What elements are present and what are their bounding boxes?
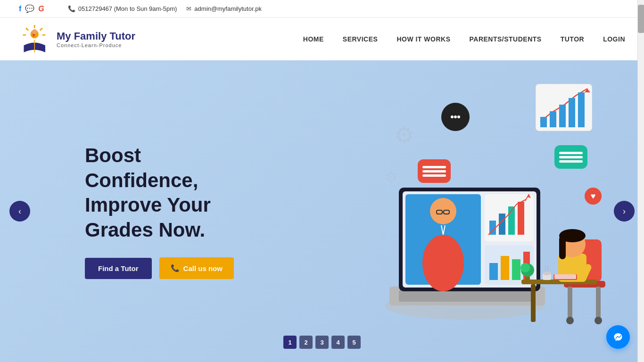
svg-point-16 — [430, 198, 456, 224]
facebook-icon[interactable]: f — [19, 5, 21, 13]
phone-icon: 📞 — [68, 5, 75, 12]
svg-point-8 — [454, 115, 457, 118]
svg-point-39 — [566, 317, 574, 324]
floating-chart — [536, 84, 592, 131]
chat-bubble-dark — [441, 103, 470, 131]
svg-rect-59 — [540, 117, 547, 127]
svg-rect-62 — [569, 98, 575, 127]
call-icon: 📞 — [171, 264, 180, 272]
logo-area: My Family Tutor Connect-Learn-Produce — [19, 23, 135, 56]
svg-point-45 — [520, 263, 530, 272]
top-bar: f 💬 G 📞 0512729467 (Mon to Sun 9am-5pm) … — [0, 0, 644, 18]
svg-point-7 — [451, 115, 454, 118]
carousel-dots: 1 2 3 4 5 — [283, 336, 361, 349]
hero-content: Boost Confidence, Improve Your Grades No… — [0, 143, 259, 279]
student-illustration — [517, 192, 611, 324]
logo-subtitle: Connect-Learn-Produce — [57, 42, 135, 48]
svg-line-4 — [26, 28, 28, 30]
hero-title: Boost Confidence, Improve Your Grades No… — [85, 143, 259, 242]
svg-rect-42 — [531, 284, 536, 322]
svg-rect-61 — [559, 105, 566, 127]
phone-info: 📞 0512729467 (Mon to Sun 9am-5pm) — [68, 5, 177, 12]
nav-how-it-works[interactable]: HOW IT WORKS — [396, 35, 450, 43]
carousel-next-button[interactable]: › — [614, 201, 635, 222]
logo-text: My Family Tutor Connect-Learn-Produce — [57, 30, 135, 48]
svg-point-47 — [543, 272, 551, 275]
contact-info: 📞 0512729467 (Mon to Sun 9am-5pm) ✉ admi… — [68, 5, 262, 12]
call-label: Call us now — [183, 264, 223, 272]
carousel-dot-2[interactable]: 2 — [299, 336, 313, 349]
carousel-dot-5[interactable]: 5 — [347, 336, 361, 349]
carousel-dot-3[interactable]: 3 — [315, 336, 329, 349]
carousel-prev-button[interactable]: ‹ — [9, 201, 30, 222]
svg-rect-63 — [578, 92, 585, 127]
carousel-dot-4[interactable]: 4 — [331, 336, 345, 349]
svg-rect-12 — [399, 290, 536, 302]
carousel-dot-1[interactable]: 1 — [283, 336, 297, 349]
nav-services[interactable]: SERVICES — [343, 35, 378, 43]
whatsapp-icon[interactable]: 💬 — [25, 4, 34, 13]
messenger-fab[interactable] — [606, 325, 630, 349]
find-tutor-button[interactable]: Find a Tutor — [85, 258, 152, 279]
email-icon: ✉ — [186, 5, 191, 12]
scrollbar-thumb[interactable] — [638, 5, 644, 33]
nav-tutor[interactable]: TUTOR — [561, 35, 584, 43]
svg-point-6 — [32, 29, 37, 34]
nav-parents-students[interactable]: PARENTS/STUDENTS — [469, 35, 541, 43]
hero-section: Boost Confidence, Improve Your Grades No… — [0, 60, 644, 362]
svg-point-20 — [422, 235, 464, 291]
phone-number: 0512729467 (Mon to Sun 9am-5pm) — [78, 5, 177, 12]
google-icon[interactable]: G — [38, 5, 44, 13]
logo-icon — [19, 23, 52, 56]
svg-rect-51 — [559, 236, 566, 259]
svg-rect-54 — [554, 274, 576, 279]
svg-rect-32 — [501, 256, 509, 280]
navbar: My Family Tutor Connect-Learn-Produce HO… — [0, 18, 644, 60]
hero-buttons: Find a Tutor 📞 Call us now — [85, 257, 259, 279]
svg-rect-25 — [499, 214, 505, 235]
social-links: f 💬 G — [19, 4, 44, 13]
svg-rect-60 — [550, 111, 556, 127]
messenger-icon — [611, 330, 625, 344]
svg-rect-38 — [596, 287, 601, 320]
hero-illustration: ⚙ ⚙ ♥ — [356, 74, 616, 348]
scrollbar[interactable] — [637, 0, 644, 362]
nav-home[interactable]: HOME — [303, 35, 324, 43]
nav-links: HOME SERVICES HOW IT WORKS PARENTS/STUDE… — [303, 35, 625, 43]
svg-rect-31 — [489, 263, 498, 280]
svg-rect-37 — [568, 287, 572, 320]
call-us-button[interactable]: 📞 Call us now — [159, 257, 234, 279]
svg-line-2 — [41, 28, 42, 30]
svg-point-9 — [457, 115, 460, 118]
email-address: admin@myfamilytutor.pk — [194, 5, 262, 12]
email-info: ✉ admin@myfamilytutor.pk — [186, 5, 262, 12]
svg-point-40 — [594, 317, 602, 324]
logo-title: My Family Tutor — [57, 30, 135, 42]
nav-login[interactable]: LOGIN — [603, 35, 625, 43]
chat-dots-icon — [448, 110, 462, 124]
